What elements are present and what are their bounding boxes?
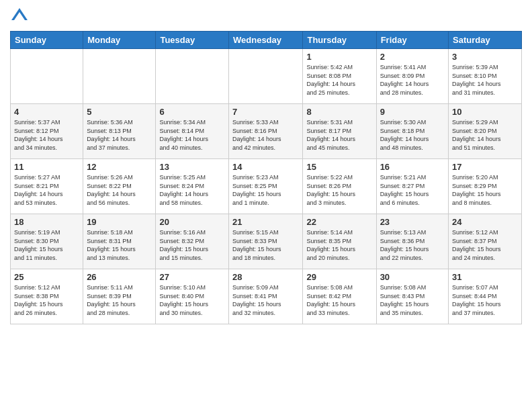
day-number: 28	[232, 272, 299, 282]
day-cell	[229, 49, 303, 104]
day-info: Sunrise: 5:18 AM Sunset: 8:31 PM Dayligh…	[87, 228, 152, 262]
page: SundayMondayTuesdayWednesdayThursdayFrid…	[0, 0, 532, 411]
day-number: 31	[452, 272, 518, 282]
day-cell: 20Sunrise: 5:16 AM Sunset: 8:32 PM Dayli…	[156, 214, 229, 269]
week-row-2: 4Sunrise: 5:37 AM Sunset: 8:12 PM Daylig…	[11, 104, 522, 159]
week-row-4: 18Sunrise: 5:19 AM Sunset: 8:30 PM Dayli…	[11, 214, 522, 269]
day-cell: 4Sunrise: 5:37 AM Sunset: 8:12 PM Daylig…	[11, 104, 83, 159]
col-header-monday: Monday	[83, 32, 156, 49]
day-number: 7	[232, 107, 299, 117]
week-row-3: 11Sunrise: 5:27 AM Sunset: 8:21 PM Dayli…	[11, 159, 522, 214]
day-info: Sunrise: 5:30 AM Sunset: 8:18 PM Dayligh…	[380, 118, 445, 152]
day-info: Sunrise: 5:09 AM Sunset: 8:41 PM Dayligh…	[232, 283, 299, 317]
day-cell	[156, 49, 229, 104]
day-cell	[83, 49, 156, 104]
day-number: 25	[14, 272, 79, 282]
col-header-saturday: Saturday	[449, 32, 522, 49]
day-cell: 8Sunrise: 5:31 AM Sunset: 8:17 PM Daylig…	[303, 104, 376, 159]
day-cell: 18Sunrise: 5:19 AM Sunset: 8:30 PM Dayli…	[11, 214, 83, 269]
day-cell: 22Sunrise: 5:14 AM Sunset: 8:35 PM Dayli…	[303, 214, 376, 269]
day-cell	[11, 49, 83, 104]
day-number: 3	[452, 52, 518, 62]
day-number: 17	[452, 162, 518, 172]
day-number: 24	[452, 217, 518, 227]
day-info: Sunrise: 5:22 AM Sunset: 8:26 PM Dayligh…	[306, 173, 372, 207]
day-number: 8	[306, 107, 372, 117]
day-cell: 12Sunrise: 5:26 AM Sunset: 8:22 PM Dayli…	[83, 159, 156, 214]
day-number: 5	[87, 107, 152, 117]
day-number: 6	[159, 107, 225, 117]
day-number: 14	[232, 162, 299, 172]
day-number: 1	[306, 52, 372, 62]
day-cell: 26Sunrise: 5:11 AM Sunset: 8:39 PM Dayli…	[83, 269, 156, 324]
day-number: 27	[159, 272, 225, 282]
day-cell: 2Sunrise: 5:41 AM Sunset: 8:09 PM Daylig…	[376, 49, 448, 104]
day-info: Sunrise: 5:11 AM Sunset: 8:39 PM Dayligh…	[87, 283, 152, 317]
day-info: Sunrise: 5:41 AM Sunset: 8:09 PM Dayligh…	[380, 63, 445, 97]
day-cell: 3Sunrise: 5:39 AM Sunset: 8:10 PM Daylig…	[449, 49, 522, 104]
day-number: 11	[14, 162, 79, 172]
day-number: 26	[87, 272, 152, 282]
day-cell: 1Sunrise: 5:42 AM Sunset: 8:08 PM Daylig…	[303, 49, 376, 104]
day-info: Sunrise: 5:29 AM Sunset: 8:20 PM Dayligh…	[452, 118, 518, 152]
day-info: Sunrise: 5:16 AM Sunset: 8:32 PM Dayligh…	[159, 228, 225, 262]
day-info: Sunrise: 5:12 AM Sunset: 8:38 PM Dayligh…	[14, 283, 79, 317]
calendar: SundayMondayTuesdayWednesdayThursdayFrid…	[10, 31, 522, 324]
day-number: 12	[87, 162, 152, 172]
day-number: 19	[87, 217, 152, 227]
day-cell: 27Sunrise: 5:10 AM Sunset: 8:40 PM Dayli…	[156, 269, 229, 324]
day-cell: 14Sunrise: 5:23 AM Sunset: 8:25 PM Dayli…	[229, 159, 303, 214]
day-cell: 7Sunrise: 5:33 AM Sunset: 8:16 PM Daylig…	[229, 104, 303, 159]
day-cell: 10Sunrise: 5:29 AM Sunset: 8:20 PM Dayli…	[449, 104, 522, 159]
day-info: Sunrise: 5:07 AM Sunset: 8:44 PM Dayligh…	[452, 283, 518, 317]
day-number: 21	[232, 217, 299, 227]
col-header-friday: Friday	[376, 32, 448, 49]
day-number: 16	[380, 162, 445, 172]
day-info: Sunrise: 5:36 AM Sunset: 8:13 PM Dayligh…	[87, 118, 152, 152]
day-info: Sunrise: 5:39 AM Sunset: 8:10 PM Dayligh…	[452, 63, 518, 97]
day-info: Sunrise: 5:31 AM Sunset: 8:17 PM Dayligh…	[306, 118, 372, 152]
day-info: Sunrise: 5:37 AM Sunset: 8:12 PM Dayligh…	[14, 118, 79, 152]
day-cell: 5Sunrise: 5:36 AM Sunset: 8:13 PM Daylig…	[83, 104, 156, 159]
logo-icon	[10, 7, 29, 26]
day-info: Sunrise: 5:08 AM Sunset: 8:42 PM Dayligh…	[306, 283, 372, 317]
day-cell: 23Sunrise: 5:13 AM Sunset: 8:36 PM Dayli…	[376, 214, 448, 269]
day-number: 4	[14, 107, 79, 117]
header	[10, 7, 522, 26]
week-row-5: 25Sunrise: 5:12 AM Sunset: 8:38 PM Dayli…	[11, 269, 522, 324]
col-header-wednesday: Wednesday	[229, 32, 303, 49]
day-info: Sunrise: 5:12 AM Sunset: 8:37 PM Dayligh…	[452, 228, 518, 262]
day-info: Sunrise: 5:15 AM Sunset: 8:33 PM Dayligh…	[232, 228, 299, 262]
week-row-1: 1Sunrise: 5:42 AM Sunset: 8:08 PM Daylig…	[11, 49, 522, 104]
day-number: 20	[159, 217, 225, 227]
day-number: 29	[306, 272, 372, 282]
day-info: Sunrise: 5:25 AM Sunset: 8:24 PM Dayligh…	[159, 173, 225, 207]
day-cell: 30Sunrise: 5:08 AM Sunset: 8:43 PM Dayli…	[376, 269, 448, 324]
day-cell: 29Sunrise: 5:08 AM Sunset: 8:42 PM Dayli…	[303, 269, 376, 324]
day-info: Sunrise: 5:34 AM Sunset: 8:14 PM Dayligh…	[159, 118, 225, 152]
day-number: 22	[306, 217, 372, 227]
day-number: 13	[159, 162, 225, 172]
day-number: 30	[380, 272, 445, 282]
day-cell: 19Sunrise: 5:18 AM Sunset: 8:31 PM Dayli…	[83, 214, 156, 269]
day-info: Sunrise: 5:33 AM Sunset: 8:16 PM Dayligh…	[232, 118, 299, 152]
day-info: Sunrise: 5:26 AM Sunset: 8:22 PM Dayligh…	[87, 173, 152, 207]
day-cell: 9Sunrise: 5:30 AM Sunset: 8:18 PM Daylig…	[376, 104, 448, 159]
day-cell: 28Sunrise: 5:09 AM Sunset: 8:41 PM Dayli…	[229, 269, 303, 324]
day-cell: 15Sunrise: 5:22 AM Sunset: 8:26 PM Dayli…	[303, 159, 376, 214]
day-number: 9	[380, 107, 445, 117]
day-number: 2	[380, 52, 445, 62]
day-cell: 11Sunrise: 5:27 AM Sunset: 8:21 PM Dayli…	[11, 159, 83, 214]
day-info: Sunrise: 5:23 AM Sunset: 8:25 PM Dayligh…	[232, 173, 299, 207]
day-cell: 25Sunrise: 5:12 AM Sunset: 8:38 PM Dayli…	[11, 269, 83, 324]
day-info: Sunrise: 5:14 AM Sunset: 8:35 PM Dayligh…	[306, 228, 372, 262]
col-header-sunday: Sunday	[11, 32, 83, 49]
col-header-thursday: Thursday	[303, 32, 376, 49]
header-row: SundayMondayTuesdayWednesdayThursdayFrid…	[11, 32, 522, 49]
day-cell: 6Sunrise: 5:34 AM Sunset: 8:14 PM Daylig…	[156, 104, 229, 159]
day-number: 15	[306, 162, 372, 172]
day-cell: 31Sunrise: 5:07 AM Sunset: 8:44 PM Dayli…	[449, 269, 522, 324]
day-number: 23	[380, 217, 445, 227]
day-info: Sunrise: 5:27 AM Sunset: 8:21 PM Dayligh…	[14, 173, 79, 207]
day-info: Sunrise: 5:20 AM Sunset: 8:29 PM Dayligh…	[452, 173, 518, 207]
